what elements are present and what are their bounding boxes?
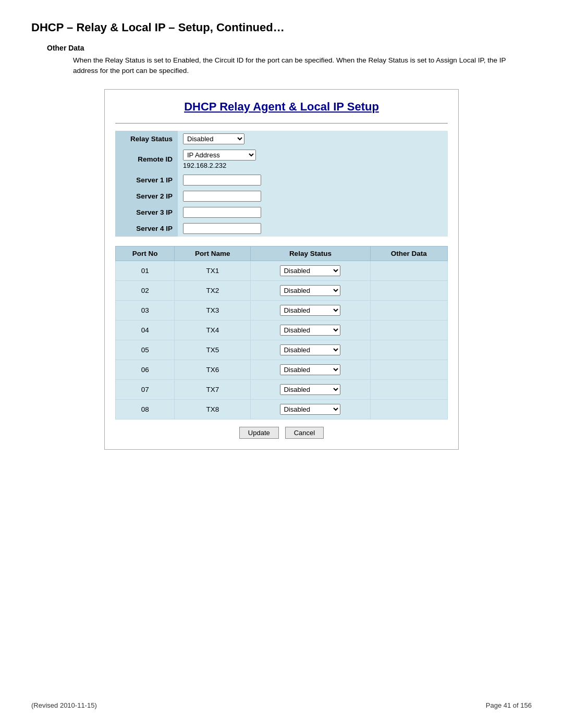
port-no-cell: 08 xyxy=(116,399,175,419)
page-title: DHCP – Relay & Local IP – Setup, Continu… xyxy=(31,21,532,34)
other-data-cell xyxy=(370,300,447,320)
port-relay-status-select[interactable]: DisabledEnabledAssign Local IP xyxy=(280,305,340,316)
server2-label: Server 2 IP xyxy=(115,188,178,204)
table-row: 03TX3DisabledEnabledAssign Local IP xyxy=(116,300,448,320)
server4-row: Server 4 IP xyxy=(115,220,448,237)
server2-row: Server 2 IP xyxy=(115,188,448,204)
relay-status-cell: DisabledEnabledAssign Local IP xyxy=(251,320,370,340)
col-other-data: Other Data xyxy=(370,246,447,261)
port-no-cell: 04 xyxy=(116,320,175,340)
other-data-cell xyxy=(370,399,447,419)
col-port-name: Port Name xyxy=(175,246,251,261)
config-table: Relay Status Disabled Enabled Assign Loc… xyxy=(115,131,448,237)
server4-label: Server 4 IP xyxy=(115,220,178,237)
other-data-cell xyxy=(370,320,447,340)
form-title: DHCP Relay Agent & Local IP Setup xyxy=(115,100,448,114)
col-relay-status: Relay Status xyxy=(251,246,370,261)
remote-id-select[interactable]: IP Address MAC Address xyxy=(183,150,256,161)
update-button[interactable]: Update xyxy=(239,427,279,439)
port-no-cell: 06 xyxy=(116,360,175,379)
other-data-cell xyxy=(370,360,447,379)
port-relay-status-select[interactable]: DisabledEnabledAssign Local IP xyxy=(280,285,340,296)
port-no-cell: 03 xyxy=(116,300,175,320)
port-name-cell: TX2 xyxy=(175,280,251,300)
remote-id-ip: 192.168.2.232 xyxy=(183,162,443,169)
divider xyxy=(115,123,448,124)
port-no-cell: 07 xyxy=(116,379,175,399)
port-name-cell: TX3 xyxy=(175,300,251,320)
port-table-header-row: Port No Port Name Relay Status Other Dat… xyxy=(116,246,448,261)
remote-id-value-cell: IP Address MAC Address 192.168.2.232 xyxy=(178,147,448,172)
table-row: 02TX2DisabledEnabledAssign Local IP xyxy=(116,280,448,300)
port-name-cell: TX4 xyxy=(175,320,251,340)
table-row: 08TX8DisabledEnabledAssign Local IP xyxy=(116,399,448,419)
server2-input[interactable] xyxy=(183,191,261,202)
server4-value-cell xyxy=(178,220,448,237)
cancel-button[interactable]: Cancel xyxy=(285,427,324,439)
server3-row: Server 3 IP xyxy=(115,204,448,220)
relay-status-cell: DisabledEnabledAssign Local IP xyxy=(251,300,370,320)
port-name-cell: TX1 xyxy=(175,261,251,280)
port-no-cell: 05 xyxy=(116,340,175,360)
server3-input[interactable] xyxy=(183,207,261,218)
relay-status-label: Relay Status xyxy=(115,131,178,147)
main-form-box: DHCP Relay Agent & Local IP Setup Relay … xyxy=(104,89,459,450)
col-port-no: Port No xyxy=(116,246,175,261)
port-table: Port No Port Name Relay Status Other Dat… xyxy=(115,246,448,419)
relay-status-cell: DisabledEnabledAssign Local IP xyxy=(251,261,370,280)
buttons-row: Update Cancel xyxy=(115,427,448,439)
port-name-cell: TX6 xyxy=(175,360,251,379)
relay-status-cell: DisabledEnabledAssign Local IP xyxy=(251,340,370,360)
server3-label: Server 3 IP xyxy=(115,204,178,220)
port-relay-status-select[interactable]: DisabledEnabledAssign Local IP xyxy=(280,384,340,395)
port-no-cell: 02 xyxy=(116,280,175,300)
relay-status-row: Relay Status Disabled Enabled Assign Loc… xyxy=(115,131,448,147)
relay-status-cell: DisabledEnabledAssign Local IP xyxy=(251,379,370,399)
server1-value-cell xyxy=(178,172,448,188)
other-data-cell xyxy=(370,379,447,399)
server1-row: Server 1 IP xyxy=(115,172,448,188)
relay-status-cell: DisabledEnabledAssign Local IP xyxy=(251,360,370,379)
remote-id-label: Remote ID xyxy=(115,147,178,172)
server1-input[interactable] xyxy=(183,175,261,186)
port-relay-status-select[interactable]: DisabledEnabledAssign Local IP xyxy=(280,404,340,415)
footer-right: Page 41 of 156 xyxy=(486,701,532,709)
server4-input[interactable] xyxy=(183,223,261,234)
other-data-cell xyxy=(370,261,447,280)
relay-status-cell: DisabledEnabledAssign Local IP xyxy=(251,280,370,300)
table-row: 05TX5DisabledEnabledAssign Local IP xyxy=(116,340,448,360)
port-name-cell: TX5 xyxy=(175,340,251,360)
port-table-body: 01TX1DisabledEnabledAssign Local IP02TX2… xyxy=(116,261,448,419)
other-data-cell xyxy=(370,280,447,300)
port-relay-status-select[interactable]: DisabledEnabledAssign Local IP xyxy=(280,364,340,375)
server2-value-cell xyxy=(178,188,448,204)
port-no-cell: 01 xyxy=(116,261,175,280)
relay-status-cell: DisabledEnabledAssign Local IP xyxy=(251,399,370,419)
remote-id-row: Remote ID IP Address MAC Address 192.168… xyxy=(115,147,448,172)
relay-status-value-cell: Disabled Enabled Assign Local IP xyxy=(178,131,448,147)
table-row: 06TX6DisabledEnabledAssign Local IP xyxy=(116,360,448,379)
section-desc: When the Relay Status is set to Enabled,… xyxy=(73,55,532,77)
table-row: 04TX4DisabledEnabledAssign Local IP xyxy=(116,320,448,340)
table-row: 07TX7DisabledEnabledAssign Local IP xyxy=(116,379,448,399)
port-name-cell: TX8 xyxy=(175,399,251,419)
port-relay-status-select[interactable]: DisabledEnabledAssign Local IP xyxy=(280,325,340,336)
remote-id-container: IP Address MAC Address 192.168.2.232 xyxy=(183,150,443,169)
port-table-header: Port No Port Name Relay Status Other Dat… xyxy=(116,246,448,261)
port-relay-status-select[interactable]: DisabledEnabledAssign Local IP xyxy=(280,265,340,276)
footer-left: (Revised 2010-11-15) xyxy=(31,701,97,709)
server1-label: Server 1 IP xyxy=(115,172,178,188)
other-data-cell xyxy=(370,340,447,360)
relay-status-select[interactable]: Disabled Enabled Assign Local IP xyxy=(183,133,244,144)
port-relay-status-select[interactable]: DisabledEnabledAssign Local IP xyxy=(280,344,340,355)
section-label: Other Data xyxy=(47,44,532,52)
table-row: 01TX1DisabledEnabledAssign Local IP xyxy=(116,261,448,280)
port-name-cell: TX7 xyxy=(175,379,251,399)
server3-value-cell xyxy=(178,204,448,220)
